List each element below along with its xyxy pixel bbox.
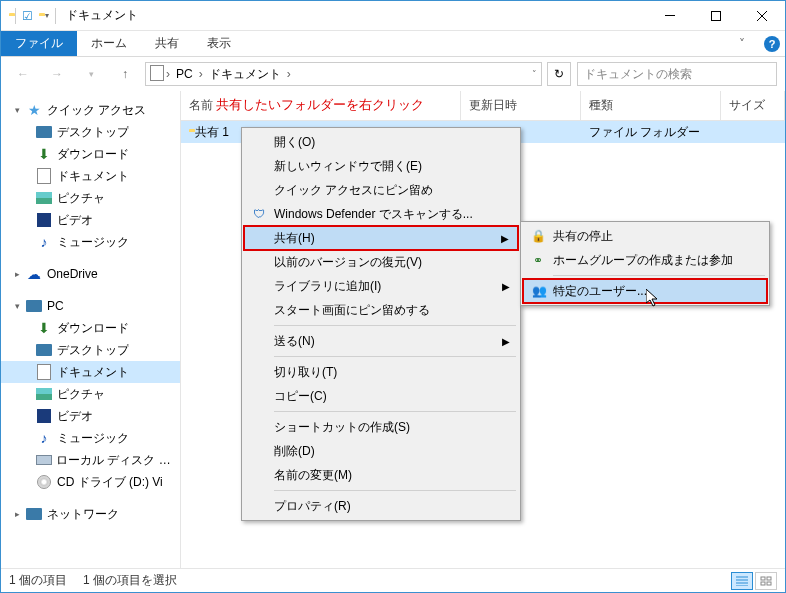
window-title: ドキュメント [66,7,138,24]
ctx-rename[interactable]: 名前の変更(M) [244,463,518,487]
column-type[interactable]: 種類 [581,91,721,120]
pc-icon [25,300,43,312]
ctx-restore-version[interactable]: 以前のバージョンの復元(V) [244,250,518,274]
ctx-share[interactable]: 共有(H)▶ [244,226,518,250]
submenu-arrow-icon: ▶ [502,281,510,292]
submenu-arrow-icon: ▶ [501,233,509,244]
chevron-right-icon[interactable]: › [197,67,205,81]
sidebar-quick-access[interactable]: ▾★クイック アクセス [1,99,180,121]
back-button[interactable]: ← [9,60,37,88]
cd-icon [35,475,53,489]
crumb-pc[interactable]: PC [172,67,197,81]
column-size[interactable]: サイズ [721,91,785,120]
separator [274,356,516,357]
nav-sidebar: ▾★クイック アクセス デスクトップ ⬇ダウンロード ドキュメント ピクチャ ビ… [1,91,181,568]
desktop-icon [35,126,53,138]
submenu-specific-users[interactable]: 👥特定のユーザー... [523,279,767,303]
address-dropdown-icon[interactable]: ˅ [532,69,537,79]
column-date[interactable]: 更新日時 [461,91,581,120]
minimize-button[interactable] [647,1,693,31]
share-tab[interactable]: 共有 [141,31,193,56]
videos-icon [35,213,53,227]
icons-view-button[interactable] [755,572,777,590]
breadcrumb[interactable]: › PC › ドキュメント › ˅ [145,62,542,86]
properties-qat-icon[interactable]: ☑ [22,9,33,23]
context-menu: 開く(O) 新しいウィンドウで開く(E) クイック アクセスにピン留め 🛡Win… [241,127,521,521]
sidebar-videos[interactable]: ビデオ [1,209,180,231]
sidebar-downloads[interactable]: ⬇ダウンロード [1,143,180,165]
sidebar-pc-downloads[interactable]: ⬇ダウンロード [1,317,180,339]
recent-dropdown-icon[interactable]: ▾ [77,60,105,88]
svg-rect-5 [767,582,771,585]
refresh-button[interactable]: ↻ [547,62,571,86]
svg-rect-0 [665,15,675,16]
submenu-stop-sharing[interactable]: 🔒共有の停止 [523,224,767,248]
sidebar-music[interactable]: ♪ミュージック [1,231,180,253]
qat-dropdown-icon[interactable]: ▾ [45,11,49,20]
sidebar-network[interactable]: ▸ネットワーク [1,503,180,525]
status-bar: 1 個の項目 1 個の項目を選択 [1,568,785,592]
homegroup-icon: ⚭ [529,253,547,267]
sidebar-local-disk-c[interactable]: ローカル ディスク (C:) [1,449,180,471]
forward-button[interactable]: → [43,60,71,88]
sidebar-pictures[interactable]: ピクチャ [1,187,180,209]
ctx-add-library[interactable]: ライブラリに追加(I)▶ [244,274,518,298]
search-input[interactable]: ドキュメントの検索 [577,62,777,86]
maximize-button[interactable] [693,1,739,31]
sidebar-onedrive[interactable]: ▸☁OneDrive [1,263,180,285]
up-button[interactable]: ↑ [111,60,139,88]
file-tab[interactable]: ファイル [1,31,77,56]
document-icon [35,364,53,380]
titlebar: ☑ ▾ ドキュメント [1,1,785,31]
ctx-pin-start[interactable]: スタート画面にピン留めする [244,298,518,322]
help-button[interactable]: ? [759,31,785,56]
desktop-icon [35,344,53,356]
sidebar-pc-pictures[interactable]: ピクチャ [1,383,180,405]
sidebar-pc[interactable]: ▾PC [1,295,180,317]
pictures-icon [35,192,53,204]
shield-icon: 🛡 [250,207,268,221]
separator [55,8,56,24]
ctx-copy[interactable]: コピー(C) [244,384,518,408]
home-tab[interactable]: ホーム [77,31,141,56]
ctx-create-shortcut[interactable]: ショートカットの作成(S) [244,415,518,439]
ctx-open[interactable]: 開く(O) [244,130,518,154]
cell-type: ファイル フォルダー [581,124,721,141]
chevron-right-icon[interactable]: › [285,67,293,81]
sidebar-pc-videos[interactable]: ビデオ [1,405,180,427]
ctx-send-to[interactable]: 送る(N)▶ [244,329,518,353]
details-view-button[interactable] [731,572,753,590]
sidebar-desktop[interactable]: デスクトップ [1,121,180,143]
ctx-pin-quick-access[interactable]: クイック アクセスにピン留め [244,178,518,202]
status-item-count: 1 個の項目 [9,572,67,589]
chevron-right-icon[interactable]: › [164,67,172,81]
submenu-homegroup[interactable]: ⚭ホームグループの作成または参加 [523,248,767,272]
svg-rect-3 [767,577,771,580]
separator [274,411,516,412]
doc-icon [150,65,164,84]
ctx-properties[interactable]: プロパティ(R) [244,494,518,518]
sidebar-pc-music[interactable]: ♪ミュージック [1,427,180,449]
submenu-arrow-icon: ▶ [502,336,510,347]
sidebar-pc-desktop[interactable]: デスクトップ [1,339,180,361]
window-controls [647,1,785,31]
disk-icon [35,455,52,465]
close-button[interactable] [739,1,785,31]
file-name: 共有 1 [195,124,229,141]
sidebar-documents[interactable]: ドキュメント [1,165,180,187]
lock-icon: 🔒 [529,229,547,243]
ribbon-tabs: ファイル ホーム 共有 表示 ˅ ? [1,31,785,57]
svg-rect-1 [712,11,721,20]
ctx-delete[interactable]: 削除(D) [244,439,518,463]
ribbon-expand-icon[interactable]: ˅ [725,31,759,56]
ctx-open-new-window[interactable]: 新しいウィンドウで開く(E) [244,154,518,178]
cloud-icon: ☁ [25,266,43,282]
crumb-documents[interactable]: ドキュメント [205,66,285,83]
ctx-defender-scan[interactable]: 🛡Windows Defender でスキャンする... [244,202,518,226]
sidebar-cd-drive-d[interactable]: CD ドライブ (D:) Vi [1,471,180,493]
ctx-cut[interactable]: 切り取り(T) [244,360,518,384]
sidebar-pc-documents[interactable]: ドキュメント [1,361,180,383]
view-tab[interactable]: 表示 [193,31,245,56]
separator [274,325,516,326]
download-icon: ⬇ [35,320,53,336]
